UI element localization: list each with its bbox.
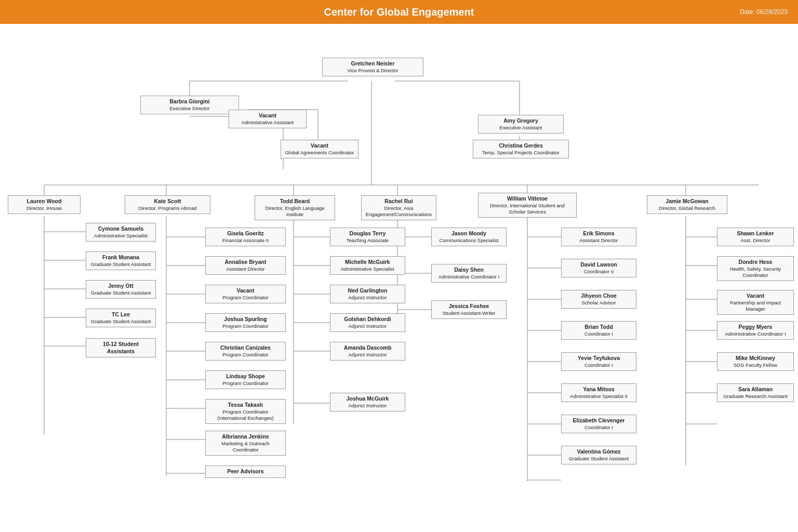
node-peer: Peer Advisors: [205, 466, 286, 478]
node-todd-beard: Todd Beard Director, English Language In…: [255, 195, 335, 220]
node-william: William Vittetoe Director, International…: [478, 193, 577, 218]
node-joshua-m: Joshua McGuirk Adjunct Instructor: [330, 393, 405, 411]
node-annalise: Annalise Bryant Assistant Director: [205, 256, 286, 275]
node-peggy: Peggy Myers Administrative Coordinator I: [717, 321, 794, 340]
node-daisy: Daisy Shen Administrative Coordinator I: [431, 264, 507, 283]
node-yevie: Yevie Teyfukova Coordinator I: [561, 352, 636, 371]
node-joshua-s: Joshua Spurling Program Coordinator: [205, 313, 286, 332]
header: Center for Global Engagement Date: 06/28…: [0, 0, 798, 24]
node-amanda: Amanda Dascomb Adjunct Instructor: [330, 342, 405, 361]
node-erik: Erik Simons Assistant Director: [561, 228, 636, 246]
node-gretchen: Gretchen Neisler Vice Provost & Director: [322, 58, 423, 76]
node-ned: Ned Garlington Adjunct Instructor: [330, 285, 405, 303]
node-jamie: Jamie McGowan Director, Global Research: [647, 195, 727, 214]
node-lindsay: Lindsay Shope Program Coordinator: [205, 370, 286, 389]
org-chart: Gretchen Neisler Vice Provost & Director…: [0, 24, 798, 532]
node-vacant-pi: Vacant Partnership and Impact Manager: [717, 290, 794, 315]
node-dondre: Dondre Hess Health, Safety, Security Coo…: [717, 256, 794, 281]
node-cymone: Cymone Samuels Administrative Specialist: [86, 223, 156, 242]
node-david: David Lawson Coordinator II: [561, 259, 636, 277]
node-elizabeth: Elizabeth Clevenger Coordinator I: [561, 415, 636, 433]
header-date: Date: 06/28/2023: [740, 8, 788, 16]
node-frank: Frank Munana Graduate Student Assistant: [86, 251, 156, 270]
node-christian: Christian Canizales Program Coordinator: [205, 342, 286, 361]
node-lauren: Lauren Wood Director, IHouse: [8, 195, 81, 214]
page: Center for Global Engagement Date: 06/28…: [0, 0, 798, 532]
node-vacant-global: Vacant Global Agreements Coordinator: [281, 140, 358, 158]
node-michelle: Michelle McGuirk Administrative Speciali…: [330, 256, 405, 275]
node-barbra: Barbra Giorgini Executive Director: [140, 96, 239, 114]
node-vacant-admin: Vacant Administrative Assistant: [229, 110, 307, 128]
page-title: Center for Global Engagement: [324, 6, 474, 18]
node-valentina: Valentina Gómez Graduate Student Assista…: [561, 446, 636, 464]
node-brian: Brian Todd Coordinator I: [561, 321, 636, 340]
node-mike: Mike McKinney SDG Faculty Fellow: [717, 352, 794, 371]
node-kate: Kate Scott Director, Programs Abroad: [125, 195, 210, 214]
node-jason: Jason Moody Communications Specialist: [431, 228, 507, 246]
node-golshan: Golshan Dehkordi Adjunct Instructor: [330, 313, 405, 332]
node-amy: Amy Gregory Executive Assistant: [478, 115, 564, 134]
node-yana: Yana Mitsos Administrative Specialist II: [561, 383, 636, 402]
node-rachel: Rachel Rui Director, Asia Engagement/Com…: [361, 195, 436, 220]
node-gisela: Gisela Goeritz Financial Associate II: [205, 228, 286, 246]
node-ten12: 10-12 Student Assistants: [86, 338, 156, 357]
node-jihyeon: Jihyeon Choe Scholar Advisor: [561, 290, 636, 309]
node-jessica: Jessica Foshee Student Assistant-Writer: [431, 300, 507, 319]
node-albrianna: Albrianna Jenkins Marketing & Outreach C…: [205, 431, 286, 456]
node-tessa: Tessa Takash Program Coordinator (Intern…: [205, 399, 286, 424]
node-shawn: Shawn Lenker Asst. Director: [717, 228, 794, 246]
node-douglas: Douglas Terry Teaching Associate: [330, 228, 405, 246]
node-vacant-prog: Vacant Program Coordinator: [205, 285, 286, 303]
node-jenny: Jenny Ott Graduate Student Assistant: [86, 280, 156, 299]
chart-container: Gretchen Neisler Vice Provost & Director…: [5, 29, 793, 532]
node-christina: Christina Gerdes Temp. Special Projects …: [473, 140, 569, 158]
node-tc: TC Lee Graduate Student Assistant: [86, 309, 156, 327]
node-sara: Sara Allaman Graduate Research Assistant: [717, 383, 794, 402]
